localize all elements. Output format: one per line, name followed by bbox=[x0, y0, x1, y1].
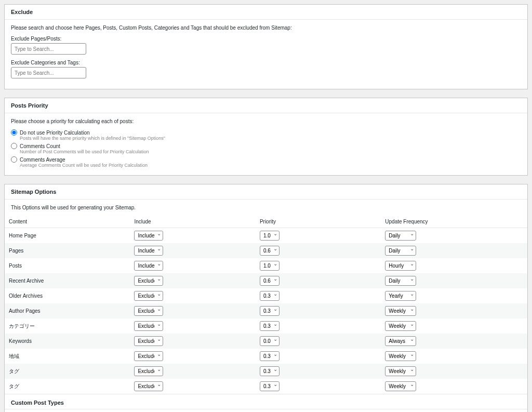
include-select[interactable]: Include bbox=[134, 231, 163, 241]
frequency-select[interactable]: Weekly bbox=[385, 351, 416, 361]
include-select[interactable]: Exclude bbox=[134, 276, 163, 286]
frequency-select[interactable]: Hourly bbox=[385, 261, 416, 271]
col-freq: Update Frequency bbox=[381, 216, 527, 228]
include-select[interactable]: Exclude bbox=[134, 381, 163, 391]
frequency-select[interactable]: Weekly bbox=[385, 306, 416, 316]
frequency-select[interactable]: Daily bbox=[385, 231, 416, 241]
table-row: タグ Exclude 0.3 Weekly bbox=[5, 364, 527, 379]
content-cell: Home Page bbox=[5, 228, 130, 244]
priority-select[interactable]: 1.0 bbox=[260, 261, 280, 271]
priority-select[interactable]: 0.6 bbox=[260, 276, 280, 286]
table-row: Recent Archive Exclude 0.6 Daily bbox=[5, 273, 527, 288]
priority-select[interactable]: 0.3 bbox=[260, 351, 280, 361]
sitemap-title: Sitemap Options bbox=[5, 184, 527, 200]
table-row: 地域 Exclude 0.3 Weekly bbox=[5, 349, 527, 364]
content-cell: Author Pages bbox=[5, 303, 130, 318]
col-include: Include bbox=[130, 409, 255, 412]
priority-radio-hint-2: Average Comments Count will be used for … bbox=[20, 163, 521, 168]
include-select[interactable]: Include bbox=[134, 261, 163, 271]
custom-table: Content Include Priority Update Frequenc… bbox=[5, 409, 527, 412]
include-select[interactable]: Exclude bbox=[134, 336, 163, 346]
priority-radio-hint-1: Number of Post Comments will be used for… bbox=[20, 149, 521, 154]
content-cell: Keywords bbox=[5, 334, 130, 349]
content-cell: Recent Archive bbox=[5, 273, 130, 288]
content-cell: Older Archives bbox=[5, 288, 130, 303]
frequency-select[interactable]: Weekly bbox=[385, 381, 416, 391]
table-row: Home Page Include 1.0 Daily bbox=[5, 228, 527, 244]
table-row: Author Pages Exclude 0.3 Weekly bbox=[5, 303, 527, 318]
priority-radio-hint-0: Posts will have the same priority which … bbox=[20, 136, 521, 141]
priority-select[interactable]: 0.3 bbox=[260, 306, 280, 316]
exclude-cats-input[interactable] bbox=[11, 67, 86, 78]
exclude-title: Exclude bbox=[5, 5, 527, 20]
exclude-pages-label: Exclude Pages/Posts: bbox=[11, 36, 521, 42]
col-priority: Priority bbox=[256, 409, 381, 412]
frequency-select[interactable]: Weekly bbox=[385, 366, 416, 376]
include-select[interactable]: Exclude bbox=[134, 321, 163, 331]
table-row: タグ Exclude 0.3 Weekly bbox=[5, 379, 527, 394]
posts-priority-panel: Posts Priority Please choose a priority … bbox=[4, 98, 528, 176]
col-include: Include bbox=[130, 216, 255, 228]
include-select[interactable]: Exclude bbox=[134, 291, 163, 301]
table-row: Posts Include 1.0 Hourly bbox=[5, 258, 527, 273]
content-cell: Posts bbox=[5, 258, 130, 273]
priority-select[interactable]: 1.0 bbox=[260, 231, 280, 241]
col-freq: Update Frequency bbox=[381, 409, 527, 412]
content-cell: タグ bbox=[5, 379, 130, 394]
priority-radio-2[interactable] bbox=[11, 156, 17, 163]
col-content: Content bbox=[5, 409, 130, 412]
priority-select[interactable]: 0.3 bbox=[260, 381, 280, 391]
include-select[interactable]: Include bbox=[134, 246, 163, 256]
priority-select[interactable]: 0.3 bbox=[260, 291, 280, 301]
frequency-select[interactable]: Daily bbox=[385, 276, 416, 286]
frequency-select[interactable]: Always bbox=[385, 336, 416, 346]
priority-select[interactable]: 0.3 bbox=[260, 366, 280, 376]
posts-priority-title: Posts Priority bbox=[5, 98, 527, 113]
include-select[interactable]: Exclude bbox=[134, 306, 163, 316]
posts-priority-desc: Please choose a priority for calculating… bbox=[11, 118, 521, 124]
priority-radio-0[interactable] bbox=[11, 129, 17, 136]
sitemap-table: Content Include Priority Update Frequenc… bbox=[5, 216, 527, 394]
include-select[interactable]: Exclude bbox=[134, 351, 163, 361]
content-cell: タグ bbox=[5, 364, 130, 379]
priority-select[interactable]: 0.3 bbox=[260, 321, 280, 331]
priority-radio-label-2: Comments Average bbox=[20, 157, 65, 163]
exclude-cats-label: Exclude Categories and Tags: bbox=[11, 60, 521, 65]
table-row: カテゴリー Exclude 0.3 Weekly bbox=[5, 318, 527, 334]
table-row: Older Archives Exclude 0.3 Yearly bbox=[5, 288, 527, 303]
col-priority: Priority bbox=[256, 216, 381, 228]
col-content: Content bbox=[5, 216, 130, 228]
include-select[interactable]: Exclude bbox=[134, 366, 163, 376]
priority-select[interactable]: 0.0 bbox=[260, 336, 280, 346]
priority-radio-label-1: Comments Count bbox=[20, 143, 60, 149]
exclude-panel: Exclude Please search and choose here Pa… bbox=[4, 4, 528, 89]
priority-radio-1[interactable] bbox=[11, 143, 17, 149]
table-row: Keywords Exclude 0.0 Always bbox=[5, 334, 527, 349]
frequency-select[interactable]: Weekly bbox=[385, 321, 416, 331]
exclude-pages-input[interactable] bbox=[11, 43, 86, 55]
priority-select[interactable]: 0.6 bbox=[260, 246, 280, 256]
sitemap-options-panel: Sitemap Options This Options will be use… bbox=[4, 184, 528, 412]
content-cell: カテゴリー bbox=[5, 318, 130, 334]
content-cell: 地域 bbox=[5, 349, 130, 364]
table-row: Pages Include 0.6 Daily bbox=[5, 243, 527, 258]
frequency-select[interactable]: Yearly bbox=[385, 291, 416, 301]
custom-post-types-title: Custom Post Types bbox=[5, 394, 527, 409]
sitemap-desc: This Options will be used for generating… bbox=[11, 205, 521, 210]
exclude-desc: Please search and choose here Pages, Pos… bbox=[11, 25, 521, 31]
content-cell: Pages bbox=[5, 243, 130, 258]
frequency-select[interactable]: Daily bbox=[385, 246, 416, 256]
priority-radio-label-0: Do not use Priority Calculation bbox=[20, 130, 90, 136]
